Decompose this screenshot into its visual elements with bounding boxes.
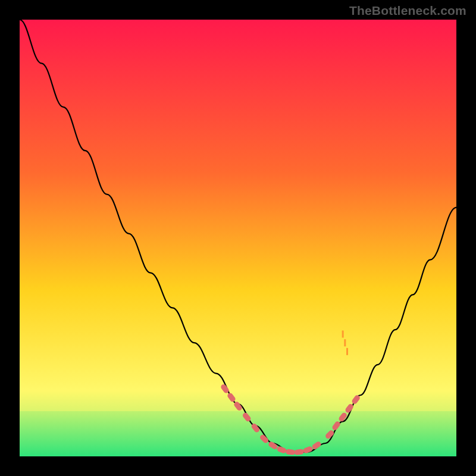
chart-frame [20, 20, 456, 456]
chart-svg [20, 20, 456, 456]
watermark-text: TheBottleneck.com [349, 4, 466, 18]
